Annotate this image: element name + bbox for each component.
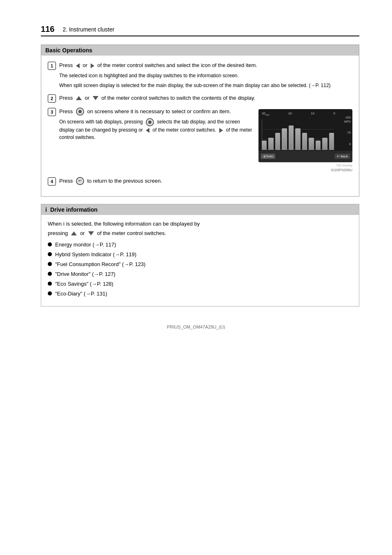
step-3-press: Press <box>59 108 73 114</box>
pressing-text: pressing <box>48 230 68 236</box>
when-row: When i is selected, the following inform… <box>48 221 352 227</box>
up-arrow-pressing <box>71 230 77 236</box>
step-1-content: Press or of the meter control switches a… <box>59 61 352 89</box>
tab-arrow-indicator: ↑ <box>277 148 279 152</box>
basic-operations-content: 1 Press or of the meter control switches… <box>41 56 359 196</box>
bullet-dot-1 <box>48 242 52 246</box>
bullet-item-4: "Drive Monitor" (→P. 127) <box>48 271 352 278</box>
bullet-item-6: "Eco-Diary" (→P. 131) <box>48 290 352 298</box>
basic-operations-title: Basic Operations <box>41 45 359 56</box>
image-id: IO20PS058U <box>331 168 352 172</box>
up-arrow-icon-2 <box>76 95 82 101</box>
bullet-dot-4 <box>48 272 52 276</box>
bullet-dot-3 <box>48 262 52 266</box>
tab-display-label: Tab display <box>336 163 352 167</box>
bullet-item-1: Energy monitor (→P. 117) <box>48 241 352 248</box>
step-3-number: 3 <box>48 108 56 116</box>
bullet-list: Energy monitor (→P. 117) Hybrid System I… <box>48 241 352 298</box>
bullet-dot-2 <box>48 252 52 256</box>
step-3-text: Press on screens where it is necessary t… <box>59 107 253 141</box>
page-header: 116 2. Instrument cluster <box>41 25 359 36</box>
step-4-number: 4 <box>48 177 56 186</box>
circle-btn-3b <box>146 119 155 125</box>
step-3: 3 Press on screens where it is necessary… <box>48 107 352 172</box>
step-3-subnote: On screens with tab displays, pressing s… <box>59 118 253 141</box>
pressing-or: or <box>80 230 85 236</box>
step-1-or: or <box>82 62 87 68</box>
drive-info-title: i Drive information <box>41 204 359 215</box>
step-4: 4 Press ↩ to return to the previous scre… <box>48 177 352 186</box>
page-content: 116 2. Instrument cluster Basic Operatio… <box>0 0 392 338</box>
step-1-number: 1 <box>48 62 56 70</box>
drive-information-section: i Drive information When i is selected, … <box>41 204 359 307</box>
chart-bars <box>262 119 334 150</box>
down-arrow-icon-2 <box>93 95 98 101</box>
step-1-text3: of the meter control switches and select… <box>97 62 257 68</box>
bullet-item-2: Hybrid System Indicator (→P. 119) <box>48 251 352 258</box>
bullet-item-5: "Eco Savings" (→P. 128) <box>48 280 352 288</box>
step-1: 1 Press or of the meter control switches… <box>48 61 352 89</box>
info-inline-icon: i <box>63 221 65 227</box>
step-4-text3: to return to the previous screen. <box>87 178 162 184</box>
right-arrow-icon-1 <box>91 62 94 68</box>
meter-bottom-bar: 5min ↩ Back <box>258 151 352 162</box>
left-arrow-icon-1 <box>76 62 80 68</box>
pressing-suffix: of the meter control switches. <box>97 230 166 236</box>
step-3-main-row: Press on screens where it is necessary t… <box>59 107 352 172</box>
step-1-press: Press <box>59 62 73 68</box>
pressing-row: pressing or of the meter control switche… <box>48 230 352 236</box>
drive-info-icon: i <box>45 206 47 213</box>
step-2-content: Press or of the meter control switches t… <box>59 94 352 102</box>
basic-operations-section: Basic Operations 1 Press or of the meter… <box>41 45 359 197</box>
chart-right-labels: 150 MPG 75 0 <box>344 116 351 147</box>
page-number: 116 <box>41 25 54 34</box>
back-button: ↩ Back <box>335 154 350 159</box>
tab-button: 5min <box>261 154 275 159</box>
meter-display-image: 30min 20 10 0 150 MPG 75 <box>258 109 352 162</box>
step-2-number: 2 <box>48 94 56 103</box>
bullet-item-3: "Fuel Consumption Record" (→P. 123) <box>48 261 352 268</box>
back-circle-btn-4: ↩ <box>76 178 86 184</box>
down-arrow-pressing <box>88 230 94 236</box>
step-2-or: or <box>85 95 89 101</box>
step-3-text3: on screens where it is necessary to sele… <box>87 108 231 114</box>
page-footer: PRIUS_OM_OM47A29U_(U) <box>33 324 359 329</box>
right-arrow-3d <box>219 127 223 133</box>
step-1-subnote-1: The selected icon is highlighted and the… <box>59 72 352 79</box>
step-2-text3: of the meter control switches to switch … <box>101 95 255 101</box>
chart-image-container: 30min 20 10 0 150 MPG 75 <box>258 107 352 172</box>
footer-text: PRIUS_OM_OM47A29U_(U) <box>167 324 225 329</box>
step-4-content: Press ↩ to return to the previous screen… <box>59 177 352 186</box>
drive-info-content: When i is selected, the following inform… <box>41 215 359 306</box>
step-2-press: Press <box>59 95 73 101</box>
step-2: 2 Press or of the meter control switches… <box>48 94 352 103</box>
when-text: When <box>48 221 62 227</box>
step-3-content: Press on screens where it is necessary t… <box>59 107 352 172</box>
circle-btn-3 <box>76 108 86 114</box>
step-4-press: Press <box>59 178 73 184</box>
bullet-dot-6 <box>48 291 52 295</box>
when-suffix: is selected, the following information c… <box>66 221 200 227</box>
page-chapter: 2. Instrument cluster <box>62 26 114 33</box>
left-arrow-3c <box>146 127 149 133</box>
bullet-dot-5 <box>48 282 52 286</box>
step-1-subnote-2: When split screen display is selected fo… <box>59 82 352 89</box>
chart-top-labels: 30min 20 10 0 <box>262 112 335 116</box>
